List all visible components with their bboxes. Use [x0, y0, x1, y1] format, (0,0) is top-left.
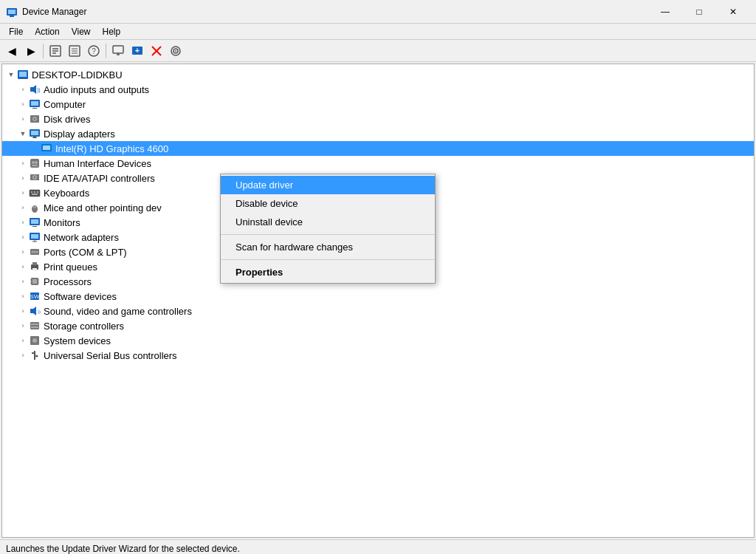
menu-help[interactable]: Help: [97, 25, 127, 38]
ports-icon: [29, 246, 41, 258]
storage-label: Storage controllers: [44, 321, 124, 332]
svg-text:SW: SW: [30, 293, 40, 300]
tree-display[interactable]: ▼ Display adapters: [2, 126, 754, 141]
expand-storage[interactable]: ›: [17, 320, 29, 332]
monitor-icon: [29, 216, 41, 228]
computer-icon: [29, 98, 41, 110]
context-scan-hardware[interactable]: Scan for hardware changes: [221, 238, 435, 256]
svg-rect-30: [32, 108, 37, 109]
svg-rect-35: [31, 131, 38, 135]
expand-intel: [29, 143, 41, 154]
root-icon: [17, 69, 29, 81]
svg-rect-59: [31, 234, 38, 239]
svg-rect-68: [32, 268, 37, 271]
context-uninstall-device[interactable]: Uninstall device: [221, 213, 435, 231]
svg-point-65: [36, 251, 38, 253]
menu-file[interactable]: File: [3, 25, 29, 38]
svg-rect-80: [31, 324, 38, 325]
toolbar-back[interactable]: ◀: [3, 42, 21, 60]
expand-monitors[interactable]: ›: [17, 216, 29, 228]
expand-software[interactable]: ›: [17, 290, 29, 302]
tree-computer[interactable]: › Computer: [2, 97, 754, 112]
svg-point-63: [32, 251, 34, 253]
tree-usb[interactable]: › Universal Serial Bus controllers: [2, 348, 754, 363]
context-separator-1: [221, 234, 435, 235]
toolbar-help[interactable]: ?: [85, 42, 103, 60]
expand-root[interactable]: ▼: [5, 69, 17, 81]
tree-sound[interactable]: › )) Sound, video and game controllers: [2, 304, 754, 318]
monitors-label: Monitors: [44, 217, 80, 228]
expand-audio[interactable]: ›: [17, 83, 29, 95]
tree-sysdevices[interactable]: › System devices: [2, 333, 754, 348]
tree-audio[interactable]: › ))) Audio inputs and outputs: [2, 82, 754, 97]
svg-rect-81: [31, 326, 38, 328]
menu-view[interactable]: View: [66, 25, 97, 38]
context-properties[interactable]: Properties: [221, 263, 435, 281]
context-disable-device[interactable]: Disable device: [221, 194, 435, 213]
network-label: Network adapters: [44, 232, 119, 243]
hid-label: Human Interface Devices: [44, 158, 151, 169]
keyboards-label: Keyboards: [44, 188, 89, 199]
mouse-icon: [29, 202, 41, 213]
context-update-driver[interactable]: Update driver: [221, 176, 435, 194]
tree-hid[interactable]: › Human Interface Devices: [2, 156, 754, 171]
intel-icon: [41, 143, 52, 154]
expand-display[interactable]: ▼: [17, 128, 29, 140]
toolbar-properties[interactable]: [47, 42, 64, 60]
toolbar-list[interactable]: [66, 42, 83, 60]
expand-print[interactable]: ›: [17, 261, 29, 273]
sysdevices-icon: [29, 335, 41, 346]
svg-text:+: +: [135, 46, 140, 55]
close-button[interactable]: ✕: [716, 0, 750, 24]
minimize-button[interactable]: —: [648, 0, 682, 24]
storage-icon: [29, 320, 41, 332]
tree-view[interactable]: ▼ DESKTOP-LDIDKBU › ))) Audio inputs and…: [2, 64, 754, 537]
svg-point-46: [34, 177, 35, 178]
expand-processors[interactable]: ›: [17, 276, 29, 287]
svg-rect-2: [10, 16, 14, 17]
tree-disk[interactable]: › Disk drives: [2, 112, 754, 126]
expand-sound[interactable]: ›: [17, 305, 29, 317]
ide-icon: [29, 172, 41, 184]
expand-sysdevices[interactable]: ›: [17, 335, 29, 346]
svg-point-42: [35, 161, 38, 164]
sound-icon: )): [29, 305, 41, 317]
expand-usb[interactable]: ›: [17, 349, 29, 361]
tree-storage[interactable]: › Storage controllers: [2, 318, 754, 333]
expand-disk[interactable]: ›: [17, 113, 29, 125]
expand-ide[interactable]: ›: [17, 172, 29, 184]
svg-rect-51: [32, 194, 38, 195]
toolbar-add[interactable]: +: [128, 42, 146, 60]
svg-point-41: [32, 161, 35, 164]
tree-software[interactable]: › SW Software devices: [2, 289, 754, 304]
expand-network[interactable]: ›: [17, 231, 29, 243]
sound-label: Sound, video and game controllers: [44, 306, 192, 317]
computer-label: Computer: [44, 99, 86, 110]
expand-mice[interactable]: ›: [17, 202, 29, 213]
tree-intel-gpu[interactable]: Intel(R) HD Graphics 4600: [2, 141, 754, 156]
maximize-button[interactable]: □: [682, 0, 716, 24]
toolbar: ◀ ▶ ? +: [0, 40, 756, 62]
svg-rect-67: [32, 262, 37, 265]
menu-action[interactable]: Action: [29, 25, 65, 38]
expand-keyboards[interactable]: ›: [17, 187, 29, 199]
expand-computer[interactable]: ›: [17, 98, 29, 110]
svg-rect-13: [113, 46, 123, 53]
display-label: Display adapters: [44, 129, 115, 140]
svg-rect-39: [43, 146, 50, 150]
toolbar-remove[interactable]: [148, 42, 165, 60]
svg-rect-29: [31, 101, 38, 106]
svg-rect-87: [32, 352, 34, 354]
processors-label: Processors: [44, 276, 92, 287]
root-label: DESKTOP-LDIDKBU: [32, 69, 123, 81]
svg-rect-37: [33, 137, 36, 137]
audio-label: Audio inputs and outputs: [44, 84, 149, 95]
tree-root[interactable]: ▼ DESKTOP-LDIDKBU: [2, 67, 754, 82]
toolbar-display[interactable]: [109, 42, 127, 60]
expand-ports[interactable]: ›: [17, 246, 29, 258]
expand-hid[interactable]: ›: [17, 157, 29, 169]
toolbar-scan[interactable]: [167, 42, 185, 60]
svg-point-22: [175, 50, 176, 52]
toolbar-forward[interactable]: ▶: [22, 42, 40, 60]
svg-rect-25: [21, 78, 25, 79]
